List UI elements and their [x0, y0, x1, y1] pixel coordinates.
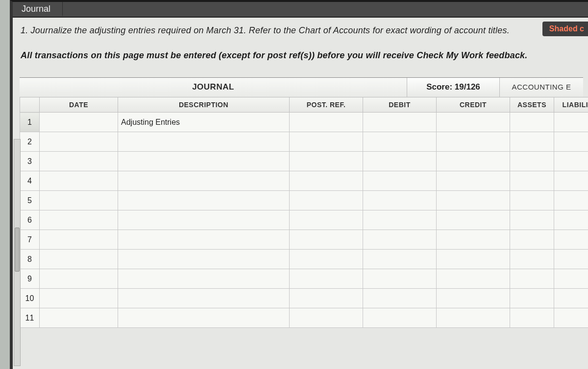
cell-debit[interactable]: [363, 132, 437, 152]
row-number[interactable]: 2: [20, 132, 40, 152]
cell-assets[interactable]: [510, 250, 554, 269]
cell-debit[interactable]: [363, 113, 437, 132]
cell-debit[interactable]: [363, 210, 437, 230]
cell-credit[interactable]: [437, 289, 510, 308]
cell-assets[interactable]: [510, 269, 554, 289]
cell-postref[interactable]: [290, 210, 363, 230]
cell-credit[interactable]: [437, 269, 510, 289]
cell-liabilities[interactable]: [554, 269, 588, 289]
row-number[interactable]: 9: [20, 269, 40, 289]
cell-credit[interactable]: [437, 152, 510, 171]
cell-postref[interactable]: [290, 113, 363, 132]
cell-debit[interactable]: [363, 289, 437, 308]
table-row: 7: [20, 230, 588, 250]
cell-description[interactable]: [118, 152, 290, 171]
row-number[interactable]: 11: [20, 308, 40, 328]
cell-credit[interactable]: [437, 191, 510, 210]
score-display: Score: 19/126: [407, 78, 500, 97]
cell-assets[interactable]: [510, 132, 554, 152]
cell-debit[interactable]: [363, 152, 437, 171]
table-row: 2: [20, 132, 588, 152]
vertical-scrollbar[interactable]: [14, 139, 21, 366]
cell-assets[interactable]: [510, 289, 554, 308]
cell-liabilities[interactable]: [554, 289, 588, 308]
cell-date[interactable]: [40, 230, 118, 250]
accounting-equation-header: ACCOUNTING E: [500, 78, 583, 97]
cell-description[interactable]: [118, 191, 290, 210]
cell-postref[interactable]: [290, 191, 363, 210]
cell-credit[interactable]: [437, 132, 510, 152]
cell-description[interactable]: [118, 230, 290, 250]
row-number[interactable]: 8: [20, 250, 40, 269]
journal-header-bar: JOURNAL Score: 19/126 ACCOUNTING E: [20, 77, 583, 97]
cell-postref[interactable]: [290, 250, 363, 269]
cell-liabilities[interactable]: [554, 171, 588, 191]
cell-description[interactable]: [118, 269, 290, 289]
cell-description[interactable]: Adjusting Entries: [118, 113, 290, 132]
row-number[interactable]: 1: [20, 113, 40, 132]
cell-assets[interactable]: [510, 171, 554, 191]
row-number[interactable]: 4: [20, 171, 40, 191]
cell-credit[interactable]: [437, 250, 510, 269]
cell-date[interactable]: [40, 191, 118, 210]
cell-debit[interactable]: [363, 269, 437, 289]
shaded-cells-button[interactable]: Shaded c: [542, 22, 588, 36]
cell-postref[interactable]: [290, 269, 363, 289]
cell-credit[interactable]: [437, 230, 510, 250]
row-number[interactable]: 10: [20, 289, 40, 308]
cell-debit[interactable]: [363, 191, 437, 210]
cell-assets[interactable]: [510, 308, 554, 328]
cell-postref[interactable]: [290, 171, 363, 191]
cell-date[interactable]: [40, 250, 118, 269]
cell-assets[interactable]: [510, 191, 554, 210]
scrollbar-thumb[interactable]: [15, 228, 20, 272]
row-number[interactable]: 6: [20, 210, 40, 230]
cell-liabilities[interactable]: [554, 250, 588, 269]
cell-assets[interactable]: [510, 113, 554, 132]
cell-description[interactable]: [118, 132, 290, 152]
journal-title: JOURNAL: [20, 78, 407, 97]
cell-debit[interactable]: [363, 230, 437, 250]
cell-liabilities[interactable]: [554, 308, 588, 328]
cell-debit[interactable]: [363, 171, 437, 191]
row-number[interactable]: 7: [20, 230, 40, 250]
cell-date[interactable]: [40, 210, 118, 230]
cell-postref[interactable]: [290, 289, 363, 308]
cell-date[interactable]: [40, 152, 118, 171]
cell-description[interactable]: [118, 171, 290, 191]
cell-description[interactable]: [118, 289, 290, 308]
cell-assets[interactable]: [510, 152, 554, 171]
cell-date[interactable]: [40, 308, 118, 328]
cell-description[interactable]: [118, 210, 290, 230]
cell-liabilities[interactable]: [554, 210, 588, 230]
cell-date[interactable]: [40, 113, 118, 132]
cell-date[interactable]: [40, 289, 118, 308]
cell-assets[interactable]: [510, 230, 554, 250]
cell-postref[interactable]: [290, 308, 363, 328]
cell-assets[interactable]: [510, 210, 554, 230]
cell-credit[interactable]: [437, 171, 510, 191]
cell-liabilities[interactable]: [554, 132, 588, 152]
cell-date[interactable]: [40, 269, 118, 289]
cell-debit[interactable]: [363, 308, 437, 328]
cell-date[interactable]: [40, 171, 118, 191]
table-row: 9: [20, 269, 588, 289]
column-header-row: DATE DESCRIPTION POST. REF. DEBIT CREDIT…: [20, 97, 588, 113]
cell-description[interactable]: [118, 250, 290, 269]
cell-liabilities[interactable]: [554, 113, 588, 132]
cell-postref[interactable]: [290, 152, 363, 171]
tab-journal[interactable]: Journal: [13, 2, 63, 17]
cell-credit[interactable]: [437, 308, 510, 328]
cell-postref[interactable]: [290, 132, 363, 152]
cell-liabilities[interactable]: [554, 152, 588, 171]
cell-debit[interactable]: [363, 250, 437, 269]
row-number[interactable]: 3: [20, 152, 40, 171]
cell-credit[interactable]: [437, 210, 510, 230]
cell-description[interactable]: [118, 308, 290, 328]
cell-date[interactable]: [40, 132, 118, 152]
row-number[interactable]: 5: [20, 191, 40, 210]
cell-liabilities[interactable]: [554, 230, 588, 250]
cell-credit[interactable]: [437, 113, 510, 132]
cell-postref[interactable]: [290, 230, 363, 250]
cell-liabilities[interactable]: [554, 191, 588, 210]
